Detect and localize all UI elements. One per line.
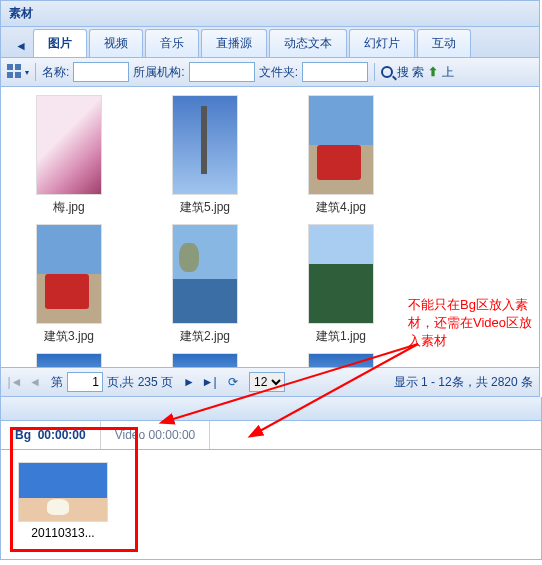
thumb-label: 建筑5.jpg <box>145 199 265 216</box>
upload-button[interactable]: 上 <box>442 64 454 81</box>
search-button[interactable]: 搜 索 <box>397 64 424 81</box>
last-page-button[interactable]: ►| <box>201 374 217 390</box>
timeline-tabs: Bg 00:00:00 Video 00:00:00 <box>0 421 542 450</box>
tab-images[interactable]: 图片 <box>33 29 87 57</box>
thumb-item[interactable]: 建筑3.jpg <box>9 224 129 345</box>
timeline-tab-bg[interactable]: Bg 00:00:00 <box>1 421 101 449</box>
folder-input[interactable] <box>302 62 368 82</box>
page-size-select[interactable]: 12 <box>249 372 285 392</box>
name-input[interactable] <box>73 62 129 82</box>
separator <box>374 63 375 81</box>
thumb-item[interactable]: 梅.jpg <box>9 95 129 216</box>
thumb-image <box>36 353 102 367</box>
thumb-item[interactable] <box>145 353 265 367</box>
search-icon <box>381 66 393 78</box>
thumb-image <box>308 224 374 324</box>
name-label: 名称: <box>42 64 69 81</box>
tab-interactive[interactable]: 互动 <box>417 29 471 57</box>
view-mode-dropdown[interactable]: ▾ <box>25 68 29 77</box>
tab-dynamic-text[interactable]: 动态文本 <box>269 29 347 57</box>
thumb-image <box>172 224 238 324</box>
tabs-scroll-left[interactable]: ◄ <box>9 35 33 57</box>
thumb-image <box>36 95 102 195</box>
upload-icon: ⬆ <box>428 65 438 79</box>
first-page-button[interactable]: |◄ <box>7 374 23 390</box>
page-info: 显示 1 - 12条，共 2820 条 <box>394 374 533 391</box>
view-mode-icon[interactable] <box>7 64 21 81</box>
bg-tab-label: Bg <box>15 428 31 442</box>
thumb-item[interactable]: 建筑2.jpg <box>145 224 265 345</box>
thumb-image <box>308 95 374 195</box>
bg-tab-time: 00:00:00 <box>38 428 86 442</box>
asset-thumbnail <box>18 462 108 522</box>
thumb-label: 建筑1.jpg <box>281 328 401 345</box>
svg-rect-2 <box>7 72 13 78</box>
refresh-button[interactable]: ⟳ <box>225 374 241 390</box>
tab-slides[interactable]: 幻灯片 <box>349 29 415 57</box>
thumb-item[interactable]: 建筑5.jpg <box>145 95 265 216</box>
video-tab-label: Video 00:00:00 <box>115 428 196 442</box>
svg-rect-1 <box>15 64 21 70</box>
timeline-body: 20110313... <box>0 450 542 560</box>
thumb-item[interactable] <box>281 353 401 367</box>
thumb-label: 建筑2.jpg <box>145 328 265 345</box>
timeline-asset[interactable]: 20110313... <box>13 462 113 540</box>
tab-music[interactable]: 音乐 <box>145 29 199 57</box>
prev-page-button[interactable]: ◄ <box>27 374 43 390</box>
next-page-button[interactable]: ► <box>181 374 197 390</box>
page-prefix: 第 <box>51 374 63 391</box>
svg-rect-3 <box>15 72 21 78</box>
thumb-image <box>308 353 374 367</box>
thumb-item[interactable]: 建筑1.jpg <box>281 224 401 345</box>
filter-toolbar: ▾ 名称: 所属机构: 文件夹: 搜 索 ⬆ 上 <box>1 58 539 87</box>
tab-video[interactable]: 视频 <box>89 29 143 57</box>
thumb-image <box>36 224 102 324</box>
timeline-tab-video[interactable]: Video 00:00:00 <box>101 421 211 449</box>
org-label: 所属机构: <box>133 64 184 81</box>
page-input[interactable] <box>67 372 103 392</box>
pagination-bar: |◄ ◄ 第 页,共 235 页 ► ►| ⟳ 12 显示 1 - 12条，共 … <box>1 367 539 396</box>
thumb-image <box>172 95 238 195</box>
page-suffix: 页,共 235 页 <box>107 374 173 391</box>
panel-title: 素材 <box>1 1 539 27</box>
org-input[interactable] <box>189 62 255 82</box>
thumb-image <box>172 353 238 367</box>
thumbnail-gallery: 梅.jpg 建筑5.jpg 建筑4.jpg 建筑3.jpg 建筑2.jpg <box>1 87 539 367</box>
thumb-label: 建筑4.jpg <box>281 199 401 216</box>
thumb-item[interactable] <box>9 353 129 367</box>
thumb-label: 建筑3.jpg <box>9 328 129 345</box>
thumb-item[interactable]: 建筑4.jpg <box>281 95 401 216</box>
thumb-label: 梅.jpg <box>9 199 129 216</box>
divider-bar <box>0 397 542 421</box>
tab-live[interactable]: 直播源 <box>201 29 267 57</box>
asset-label: 20110313... <box>13 526 113 540</box>
svg-rect-0 <box>7 64 13 70</box>
tab-strip: ◄ 图片 视频 音乐 直播源 动态文本 幻灯片 互动 <box>1 27 539 58</box>
folder-label: 文件夹: <box>259 64 298 81</box>
separator <box>35 63 36 81</box>
